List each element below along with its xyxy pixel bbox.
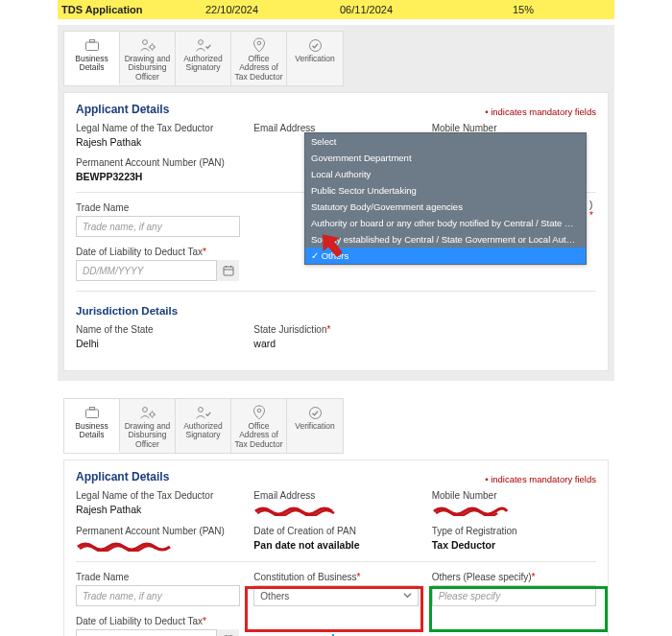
label-legal-2: Legal Name of the Tax Deductor (76, 490, 240, 501)
label-juris: State Jurisdiction* (253, 324, 418, 335)
svg-marker-7 (321, 231, 342, 258)
redacted-pan (76, 540, 172, 552)
label-trade: Trade Name (76, 202, 240, 213)
check-circle-icon (289, 405, 341, 420)
label-others-specify: Others (Please specify)* (432, 572, 596, 582)
dropdown-option[interactable]: Government Department (305, 150, 586, 166)
person-check-icon (178, 405, 228, 420)
tab-strip: Business DetailsDrawing and Disbursing O… (63, 31, 344, 86)
tab-authorized-signatory[interactable]: Authorized Signatory (176, 399, 231, 453)
calendar-icon-2[interactable] (216, 629, 239, 636)
value-legal-2: Rajesh Pathak (76, 504, 240, 515)
label-liability-2: Date of Liability to Deduct Tax* (76, 616, 240, 626)
svg-rect-8 (224, 267, 233, 275)
svg-point-4 (198, 40, 203, 45)
person-check-icon (178, 37, 228, 53)
svg-point-6 (309, 39, 321, 51)
tab-strip-2: Business DetailsDrawing and Disbursing O… (63, 398, 344, 454)
status-row: TDS Application 22/10/2024 06/11/2024 15… (58, 0, 614, 19)
svg-point-15 (150, 412, 154, 416)
tab-business-details[interactable]: Business Details (64, 399, 120, 453)
svg-rect-1 (89, 40, 94, 43)
svg-point-14 (142, 408, 147, 412)
label-constitution: Constitution of Business* (253, 572, 418, 582)
redacted-email (253, 505, 340, 516)
value-juris: ward (253, 338, 418, 349)
briefcase-icon (66, 405, 117, 420)
others-specify-input[interactable]: Please specify (432, 585, 596, 606)
label-mobile-2: Mobile Number (432, 490, 596, 501)
svg-point-18 (309, 407, 321, 418)
svg-point-5 (257, 41, 261, 45)
svg-point-3 (150, 45, 154, 49)
label-trade-2: Trade Name (76, 572, 240, 582)
tab-drawing-and-disbursing-officer[interactable]: Drawing and Disbursing Officer (120, 399, 176, 453)
person-gear-icon (122, 405, 173, 420)
label-reg-type: Type of Registration (432, 526, 596, 536)
label-legal: Legal Name of the Tax Deductor (76, 123, 240, 133)
dropdown-option[interactable]: Public Sector Undertaking (305, 182, 586, 199)
trade-input-2[interactable]: Trade name, if any (76, 585, 240, 606)
person-gear-icon (122, 37, 173, 53)
svg-point-2 (142, 40, 147, 45)
svg-point-16 (198, 408, 203, 412)
dropdown-option[interactable]: Society established by Central / State G… (305, 231, 586, 247)
label-liability: Date of Liability to Deduct Tax* (76, 247, 240, 257)
annotation-arrow-red (321, 231, 342, 258)
label-pan-2: Permanent Account Number (PAN) (76, 526, 240, 536)
constitution-dropdown[interactable]: SelectGovernment DepartmentLocal Authori… (304, 132, 587, 265)
value-legal: Rajesh Pathak (76, 136, 240, 148)
label-state: Name of the State (76, 324, 240, 335)
calendar-icon[interactable] (216, 260, 239, 281)
svg-rect-13 (89, 408, 94, 411)
liability-date-input[interactable]: DD/MM/YYYY (76, 260, 239, 281)
value-pan: BEWPP3223H (76, 171, 240, 182)
label-pan: Permanent Account Number (PAN) (76, 157, 240, 168)
dropdown-option[interactable]: Local Authority (305, 166, 586, 182)
tab-office-address-of-tax-deductor[interactable]: Office Address of Tax Deductor (231, 32, 287, 85)
tab-business-details[interactable]: Business Details (64, 32, 120, 85)
status-pct: 15% (513, 4, 534, 15)
map-pin-icon (233, 405, 284, 420)
liability-date-input-2[interactable]: DD/MM/YYYY (76, 629, 239, 636)
value-pan-date: Pan date not available (253, 539, 418, 551)
tab-authorized-signatory[interactable]: Authorized Signatory (176, 32, 231, 85)
trade-input[interactable]: Trade name, if any (76, 216, 240, 237)
value-state: Delhi (76, 338, 240, 349)
svg-point-17 (257, 409, 261, 412)
map-pin-icon (233, 37, 284, 53)
tab-verification[interactable]: Verification (287, 32, 343, 85)
label-email-2: Email Address (253, 490, 418, 501)
tab-drawing-and-disbursing-officer[interactable]: Drawing and Disbursing Officer (120, 32, 176, 85)
value-reg-type: Tax Deductor (432, 539, 596, 551)
redacted-mobile (432, 505, 509, 516)
constitution-select[interactable]: Others (253, 585, 418, 606)
chevron-down-icon (403, 591, 412, 601)
briefcase-icon (66, 37, 117, 53)
status-date1: 22/10/2024 (205, 4, 340, 15)
status-app: TDS Application (61, 4, 205, 15)
tab-office-address-of-tax-deductor[interactable]: Office Address of Tax Deductor (231, 399, 287, 453)
tab-verification[interactable]: Verification (287, 399, 343, 453)
status-date2: 06/11/2024 (340, 4, 513, 15)
dropdown-option[interactable]: Statutory Body/Government agencies (305, 199, 586, 215)
dropdown-option[interactable]: Select (305, 133, 586, 150)
dropdown-option[interactable]: Authority or board or any other body not… (305, 215, 586, 231)
jurisdiction-title: Jurisdiction Details (76, 305, 596, 317)
dropdown-option[interactable]: ✓ Others (305, 247, 586, 264)
svg-rect-0 (85, 42, 98, 51)
check-circle-icon (289, 37, 341, 53)
label-pan-date: Date of Creation of PAN (253, 526, 418, 536)
svg-rect-12 (85, 410, 98, 418)
hidden-field-peek: ) * (589, 200, 596, 221)
